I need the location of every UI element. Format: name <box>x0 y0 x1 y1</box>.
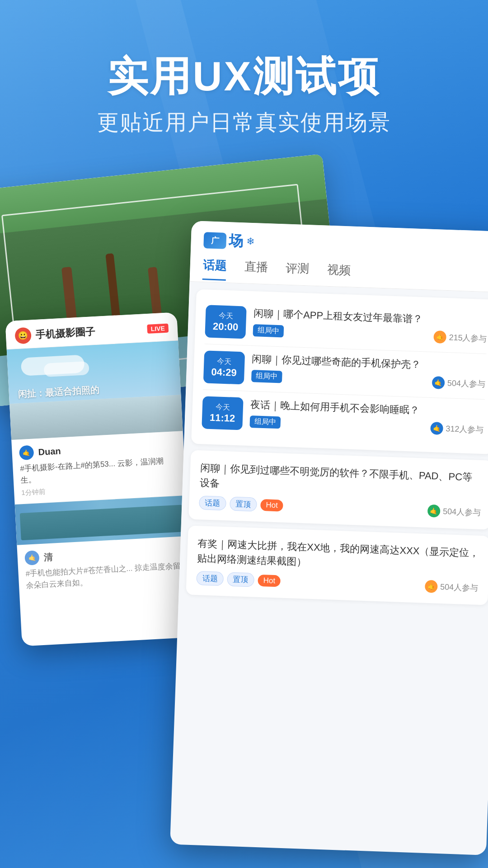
badge-pin-2: 置顶 <box>227 572 254 587</box>
feed-item-1: 🤙 Duan #手机摄影-在路上#的第53... 云影，温润潮生。 1分钟前 <box>11 431 186 505</box>
nav-tab-video[interactable]: 视频 <box>327 262 352 285</box>
badge-hot-2: Hot <box>258 574 281 587</box>
channel-avatar: 😀 <box>14 327 32 344</box>
feed-image: 闲扯：最适合拍照的 <box>7 340 183 440</box>
badge-zuzhong-2: 组局中 <box>251 370 282 383</box>
badge-pin-1: 置顶 <box>230 497 257 512</box>
participants-3: 🤙 312人参与 <box>430 422 484 436</box>
time-box-3: 今天 11:12 <box>202 396 243 430</box>
nav-tab-topic[interactable]: 话题 <box>202 257 227 281</box>
disc-single-title-2: 有奖｜网速大比拼，我在XX地，我的网速高达XXX（显示定位，贴出网络测速结果截图… <box>197 536 480 576</box>
participants-single-1: 🤙 504人参与 <box>427 504 481 519</box>
participant-icon-2: 🤙 <box>432 376 445 389</box>
feed-content-2: #手机也能拍大片#苍茫香山之... 掠走温度余留余朵白云来自如。 <box>25 560 183 591</box>
nav-tab-review[interactable]: 评测 <box>286 260 310 284</box>
live-badge: LIVE <box>147 324 169 334</box>
disc-single-title-1: 闲聊｜你见到过哪些不明觉厉的软件？不限手机、PAD、PC等设备 <box>200 460 483 500</box>
participant-icon-1: 🤙 <box>433 330 446 344</box>
app-card: 广 场 ❄ 话题 直播 评测 视频 今天 20:00 <box>170 221 488 855</box>
feed-username-1: Duan <box>38 446 61 458</box>
disc-content-1: 闲聊｜哪个APP上租女友过年最靠谱？ 组局中 🤙 215人参与 <box>253 307 488 345</box>
participants-2: 🤙 504人参与 <box>432 376 486 391</box>
badge-topic-1: 话题 <box>199 495 226 510</box>
discussion-section: 今天 20:00 闲聊｜哪个APP上租女友过年最靠谱？ 组局中 🤙 215人参与 <box>178 282 488 619</box>
phone-mock-card: 😀 手机摄影圈子 LIVE 闲扯：最适合拍照的 🤙 Duan #手机摄影-在路上… <box>5 312 193 646</box>
app-brand-row: 广 场 ❄ <box>203 230 488 260</box>
feed-item-2: 🤙 清 #手机也能拍大片#苍茫香山之... 掠走温度余留余朵白云来自如。 <box>17 536 191 598</box>
brand-icon: 广 <box>203 232 226 249</box>
disc-grouped-card: 今天 20:00 闲聊｜哪个APP上租女友过年最靠谱？ 组局中 🤙 215人参与 <box>191 289 488 454</box>
participant-icon-3: 🤙 <box>430 422 443 435</box>
channel-name: 手机摄影圈子 <box>35 323 143 342</box>
badge-topic-2: 话题 <box>196 571 224 586</box>
time-box-2: 今天 04:29 <box>203 350 245 384</box>
disc-item-3: 今天 11:12 夜话｜晚上如何用手机不会影响睡眠？ 组局中 🤙 312人参与 <box>202 390 485 445</box>
disc-badges-row-2: 话题 置顶 Hot <box>196 571 281 588</box>
disc-badges-row-1: 话题 置顶 Hot <box>199 495 283 512</box>
participants-single-2: 🤙 504人参与 <box>425 580 479 594</box>
main-title: 实用UX测试项 <box>0 54 488 99</box>
header-area: 实用UX测试项 更贴近用户日常真实使用场景 <box>0 0 488 164</box>
feed-avatar-1: 🤙 <box>19 445 34 461</box>
disc-single-card-2: 有奖｜网速大比拼，我在XX地，我的网速高达XXX（显示定位，贴出网络测速结果截图… <box>186 525 488 605</box>
badge-zuzhong-1: 组局中 <box>253 324 284 337</box>
disc-content-2: 闲聊｜你见过哪些奇葩的手机保护壳？ 组局中 🤙 504人参与 <box>251 352 486 391</box>
sub-title: 更贴近用户日常真实使用场景 <box>0 108 488 137</box>
feed-username-2: 清 <box>43 551 53 563</box>
participant-icon-single-1: 🤙 <box>427 504 441 517</box>
participant-icon-single-2: 🤙 <box>425 580 438 593</box>
badge-hot-1: Hot <box>260 499 283 511</box>
brand-text: 场 <box>229 231 244 251</box>
time-box-1: 今天 20:00 <box>205 305 246 339</box>
brand-snowflake-icon: ❄ <box>246 236 254 248</box>
participants-1: 🤙 215人参与 <box>433 330 487 345</box>
disc-single-card-1: 闲聊｜你见到过哪些不明觉厉的软件？不限手机、PAD、PC等设备 话题 置顶 Ho… <box>188 450 488 529</box>
app-nav: 广 场 ❄ 话题 直播 评测 视频 <box>190 221 488 292</box>
feed-avatar-2: 🤙 <box>24 550 40 566</box>
cards-container: 😀 手机摄影圈子 LIVE 闲扯：最适合拍照的 🤙 Duan #手机摄影-在路上… <box>0 172 488 868</box>
disc-content-3: 夜话｜晚上如何用手机不会影响睡眠？ 组局中 🤙 312人参与 <box>249 398 484 436</box>
badge-zuzhong-3: 组局中 <box>249 415 281 429</box>
nav-tab-live[interactable]: 直播 <box>244 259 268 282</box>
